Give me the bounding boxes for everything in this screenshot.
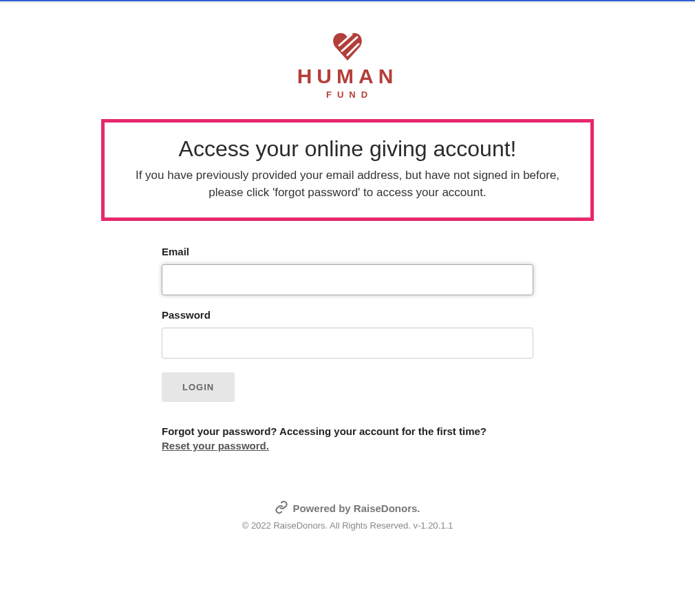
- banner: Access your online giving account! If yo…: [101, 119, 594, 221]
- page-content: HUMAN FUND Access your online giving acc…: [0, 3, 695, 531]
- copyright: © 2022 RaiseDonors. All Rights Reserved.…: [242, 520, 453, 531]
- email-label: Email: [162, 246, 533, 257]
- powered-text: Powered by RaiseDonors.: [292, 502, 420, 514]
- powered-by: Powered by RaiseDonors.: [242, 500, 453, 516]
- password-label: Password: [162, 309, 533, 321]
- forgot-help-text: Forgot your password? Accessing your acc…: [162, 425, 533, 437]
- reset-password-link[interactable]: Reset your password.: [162, 440, 269, 452]
- link-icon: [275, 500, 288, 516]
- password-field[interactable]: [162, 328, 533, 359]
- logo: HUMAN FUND: [297, 32, 398, 100]
- login-button[interactable]: LOGIN: [162, 372, 235, 402]
- banner-description: If you have previously provided your ema…: [125, 167, 570, 201]
- heart-icon: [332, 32, 363, 66]
- email-field[interactable]: [162, 264, 533, 295]
- logo-subtitle: FUND: [326, 89, 373, 100]
- login-form: Email Password LOGIN Forgot your passwor…: [162, 246, 533, 452]
- banner-title: Access your online giving account!: [125, 136, 570, 162]
- logo-title: HUMAN: [297, 66, 398, 87]
- footer: Powered by RaiseDonors. © 2022 RaiseDono…: [242, 500, 453, 531]
